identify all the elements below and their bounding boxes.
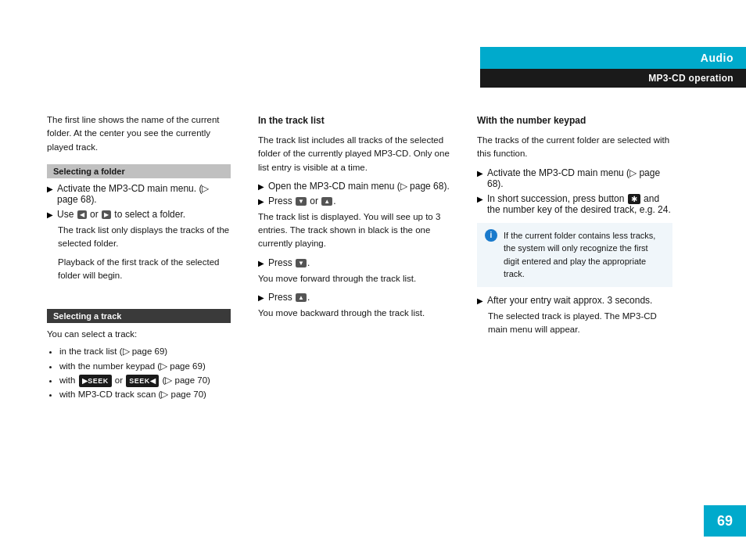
nav-left-icon: ◀: [77, 210, 87, 219]
folder-bullet-1-text: Activate the MP3-CD main menu. (▷ page 6…: [57, 183, 231, 205]
tl-bullet-3-text: Press ▼.: [268, 257, 310, 268]
track-item-4: with MP3-CD track scan (▷ page 70): [59, 387, 231, 401]
selecting-track-list: in the track list (▷ page 69) with the n…: [47, 344, 231, 402]
folder-note-1: The track list only displays the tracks …: [58, 224, 231, 251]
tl-note-1: The track list is displayed. You will se…: [258, 210, 452, 251]
kp-bullet-2-text: In short succession, press button ✱ and …: [487, 193, 672, 215]
info-box-text: If the current folder contains less trac…: [504, 229, 665, 281]
track-list-bullet-1: ▶ Open the MP3-CD main menu (▷ page 68).: [258, 181, 452, 192]
track-item-1: in the track list (▷ page 69): [59, 344, 231, 358]
kp-arrow-2: ▶: [477, 195, 483, 203]
keypad-header: With the number keypad: [477, 113, 672, 127]
selecting-folder-header: Selecting a folder: [47, 164, 231, 178]
track-list-intro: The track list includes all tracks of th…: [258, 134, 452, 174]
folder-bullet-2: ▶ Use ◀ or ▶ to select a folder.: [47, 209, 231, 220]
up-icon-2: ▲: [296, 293, 307, 302]
header-mp3-label: MP3-CD operation: [480, 69, 746, 88]
tl-note-2: You move forward through the track list.: [258, 272, 452, 285]
tl-arrow-4: ▶: [258, 293, 264, 302]
kp-arrow-3: ▶: [477, 296, 483, 305]
seek-forward-icon: ▶SEEK: [79, 375, 112, 387]
nav-right-icon: ▶: [102, 210, 111, 219]
intro-text: The first line shows the name of the cur…: [47, 113, 231, 154]
header-bar: Audio MP3-CD operation: [480, 47, 746, 88]
folder-note-2: Playback of the first track of the selec…: [58, 256, 231, 283]
selecting-folder-section: Selecting a folder ▶ Activate the MP3-CD…: [47, 164, 231, 287]
keypad-bullet-3: ▶ After your entry wait approx. 3 second…: [477, 295, 672, 306]
tl-arrow-1: ▶: [258, 182, 264, 191]
tl-note-3: You move backward through the track list…: [258, 307, 452, 320]
folder-bullet-2-text: Use ◀ or ▶ to select a folder.: [57, 209, 185, 220]
track-list-bullet-3: ▶ Press ▼.: [258, 257, 452, 268]
seek-back-icon: SEEK◀: [126, 375, 159, 387]
header-audio-label: Audio: [480, 47, 746, 69]
track-item-3: with ▶SEEK or SEEK◀ (▷ page 70): [59, 373, 231, 387]
kp-bullet-3-text: After your entry wait approx. 3 seconds.: [487, 295, 652, 306]
track-list-bullet-2: ▶ Press ▼ or ▲.: [258, 196, 452, 206]
track-list-header: In the track list: [258, 113, 452, 127]
down-icon-2: ▼: [296, 259, 307, 267]
number-keypad-section: With the number keypad The tracks of the…: [477, 113, 672, 341]
tl-bullet-2-text: Press ▼ or ▲.: [268, 196, 336, 206]
tl-bullet-4-text: Press ▲.: [268, 292, 310, 303]
selecting-track-section: Selecting a track You can select a track…: [47, 309, 231, 407]
tl-bullet-1-text: Open the MP3-CD main menu (▷ page 68).: [268, 181, 450, 192]
selecting-track-intro: You can select a track:: [47, 328, 231, 341]
up-icon-1: ▲: [321, 197, 332, 206]
selecting-track-header: Selecting a track: [47, 309, 231, 323]
track-item-2: with the number keypad (▷ page 69): [59, 359, 231, 373]
down-icon-1: ▼: [296, 197, 307, 206]
arrow-icon-1: ▶: [47, 185, 53, 193]
tl-arrow-3: ▶: [258, 259, 264, 267]
info-icon: i: [485, 229, 497, 242]
in-track-list-section: In the track list The track list include…: [258, 113, 452, 325]
info-icon-wrapper: i: [485, 229, 497, 245]
page-number: 69: [704, 505, 746, 537]
tl-arrow-2: ▶: [258, 197, 264, 206]
intro-paragraph: The first line shows the name of the cur…: [47, 113, 231, 159]
kp-bullet-1-text: Activate the MP3-CD main menu (▷ page 68…: [487, 167, 672, 189]
arrow-icon-2: ▶: [47, 210, 53, 219]
keypad-intro: The tracks of the current folder are sel…: [477, 134, 672, 161]
track-list-bullet-4: ▶ Press ▲.: [258, 292, 452, 303]
keypad-note-1: The selected track is played. The MP3-CD…: [488, 310, 672, 337]
keypad-bullet-2: ▶ In short succession, press button ✱ an…: [477, 193, 672, 215]
kp-arrow-1: ▶: [477, 169, 483, 178]
info-box: i If the current folder contains less tr…: [477, 223, 672, 287]
folder-bullet-1: ▶ Activate the MP3-CD main menu. (▷ page…: [47, 183, 231, 205]
star-icon: ✱: [628, 194, 640, 204]
keypad-bullet-1: ▶ Activate the MP3-CD main menu (▷ page …: [477, 167, 672, 189]
